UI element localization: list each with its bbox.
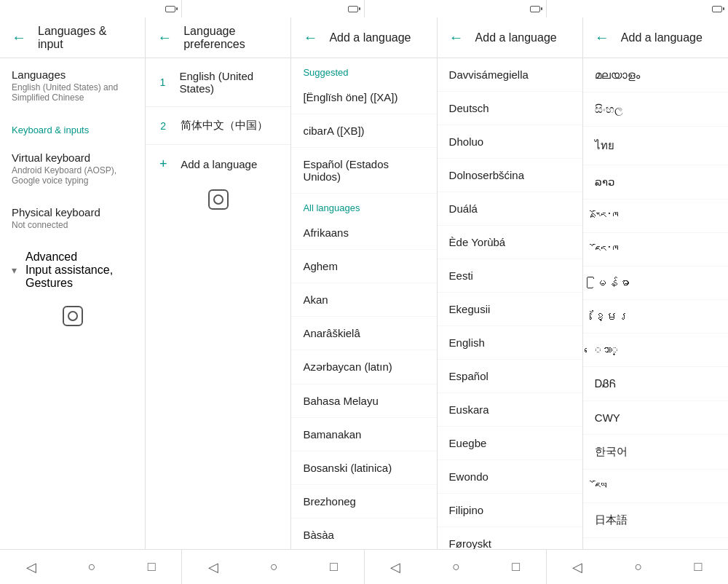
status-icons-3 [530, 6, 540, 12]
status-seg-1 [0, 0, 182, 17]
lang-euskara[interactable]: Euskara [438, 393, 582, 427]
lang-filipino[interactable]: Filipino [438, 494, 582, 527]
home-button-2[interactable]: ○ [253, 553, 296, 580]
lang-item-1[interactable]: 1 English (United States) [146, 58, 290, 107]
advanced-item[interactable]: ▾ Advanced Input assistance, Gestures [0, 240, 145, 300]
lang-item-anaraskiela[interactable]: Anarâškielâ [291, 317, 436, 350]
home-button-3[interactable]: ○ [435, 553, 478, 580]
plus-icon: + [157, 157, 169, 172]
physical-keyboard-subtitle: Not connected [12, 220, 133, 230]
lang-korean[interactable]: 한국어 [583, 435, 728, 470]
lang-davvisamegiella[interactable]: Davvisámegiella [438, 58, 582, 92]
lang-ekegusii[interactable]: Ekegusii [438, 293, 582, 326]
lang-item-azerbaycan[interactable]: Azərbaycan (latın) [291, 350, 436, 384]
lang-item-brezhoneg[interactable]: Brezhoneg [291, 485, 436, 518]
lang-burmese[interactable]: မြန်မာ [583, 267, 728, 300]
panel4-back-arrow[interactable]: ← [449, 29, 464, 46]
panel1-round-icon [63, 306, 83, 326]
panels-container: ← Languages & input Languages English (U… [0, 17, 728, 549]
home-button-4[interactable]: ○ [617, 553, 660, 580]
home-button-1[interactable]: ○ [71, 553, 114, 580]
advanced-title: Advanced [25, 250, 133, 264]
lang-script5[interactable]: ཇོང་ཁ [583, 233, 728, 267]
lang-eesti[interactable]: Eesti [438, 259, 582, 293]
back-button-2[interactable]: ◁ [191, 553, 236, 581]
lang-english[interactable]: English [438, 326, 582, 360]
battery-icon-4 [712, 6, 722, 12]
panel5-content: മലയാളം සිංහල ไทย ລາວ རྫོང་ཁ ཇོང་ཁ မြန်မာ… [583, 58, 728, 549]
bottom-nav-bar: ◁ ○ □ ◁ ○ □ ◁ ○ □ ◁ ○ □ [0, 549, 728, 584]
panel1-title: Languages & input [38, 25, 133, 51]
panel5-header: ← Add a language [583, 17, 728, 58]
lang-item-basaa[interactable]: Bàsàa [291, 518, 436, 549]
panel4-content: Davvisámegiella Deutsch Dholuo Dolnoserb… [438, 58, 582, 549]
recents-button-4[interactable]: □ [677, 553, 720, 580]
all-languages-section-label: All languages [291, 194, 436, 216]
panel3-header: ← Add a language [291, 17, 436, 58]
back-button-3[interactable]: ◁ [373, 553, 418, 581]
back-button-1[interactable]: ◁ [9, 553, 54, 581]
suggested-item-1[interactable]: cibarA ([XB]) [291, 114, 436, 148]
lang-cwy[interactable]: CWY [583, 401, 728, 435]
recents-button-2[interactable]: □ [312, 553, 355, 580]
lang-thai[interactable]: ไทย [583, 127, 728, 165]
lang-duala[interactable]: Duálá [438, 192, 582, 226]
suggested-item-0[interactable]: [Ënglïsh öne] ([XA]) [291, 81, 436, 114]
physical-keyboard-title: Physical keyboard [12, 206, 133, 218]
recents-button-1[interactable]: □ [130, 553, 173, 580]
bottom-nav-seg-4: ◁ ○ □ [547, 550, 728, 584]
add-language-label: Add a language [181, 158, 257, 170]
bottom-nav-seg-3: ◁ ○ □ [365, 550, 547, 584]
status-icons-4 [712, 6, 722, 12]
recents-button-3[interactable]: □ [494, 553, 537, 580]
status-icons-2 [348, 6, 358, 12]
lang-dzongkha[interactable]: རྫོང་ཁ [583, 200, 728, 233]
lang-item-bosanski[interactable]: Bosanski (latinica) [291, 451, 436, 485]
battery-icon-2 [348, 6, 358, 12]
panel-language-preferences: ← Language preferences 1 English (United… [146, 17, 291, 549]
lang-script12[interactable]: ཇོཡ [583, 470, 728, 503]
lang-khmer[interactable]: ខ្មែរ [583, 300, 728, 334]
lang-espanol[interactable]: Español [438, 360, 582, 393]
panel5-back-arrow[interactable]: ← [595, 29, 609, 46]
lang-euegbe[interactable]: Euegbe [438, 427, 582, 460]
lang-ewondo[interactable]: Ewondo [438, 460, 582, 494]
physical-keyboard-item[interactable]: Physical keyboard Not connected [0, 196, 145, 240]
virtual-keyboard-item[interactable]: Virtual keyboard Android Keyboard (AOSP)… [0, 141, 145, 196]
lang-dolnoserbscina[interactable]: Dolnoserbšćina [438, 159, 582, 192]
status-bars [0, 0, 728, 17]
lang-japanese[interactable]: 日本語 [583, 503, 728, 538]
keyboard-section-label: Keyboard & inputs [0, 113, 145, 141]
lang-name-1: English (United States) [179, 70, 279, 95]
panel2-back-arrow[interactable]: ← [157, 29, 172, 46]
panel1-back-arrow[interactable]: ← [12, 29, 26, 46]
lang-malayalam[interactable]: മലയാളം [583, 58, 728, 92]
lang-dholuo[interactable]: Dholuo [438, 125, 582, 159]
lang-item-aghem[interactable]: Aghem [291, 250, 436, 283]
lang-deutsch[interactable]: Deutsch [438, 92, 582, 125]
status-seg-2 [182, 0, 364, 17]
lang-cherokee-syllabary[interactable]: ᎠᏰᏲ [583, 367, 728, 401]
lang-item-afrikaans[interactable]: Afrikaans [291, 216, 436, 250]
panel3-content: Suggested [Ënglïsh öne] ([XA]) cibarA ([… [291, 58, 436, 549]
lang-sinhala[interactable]: සිංහල [583, 92, 728, 127]
battery-icon-3 [530, 6, 540, 12]
panel3-back-arrow[interactable]: ← [303, 29, 317, 46]
lang-lao[interactable]: ລາວ [583, 165, 728, 200]
lang-simplified-chinese[interactable]: 简体中文 [583, 538, 728, 549]
lang-ede-yoruba[interactable]: Ède Yorùbá [438, 226, 582, 259]
lang-script8[interactable]: ေဘာ္ [583, 334, 728, 367]
lang-item-2[interactable]: 2 简体中文（中国） [146, 107, 290, 145]
lang-item-bamanakan[interactable]: Bamanakan [291, 418, 436, 451]
lang-item-akan[interactable]: Akan [291, 283, 436, 317]
lang-faroyskt[interactable]: Føroyskt [438, 527, 582, 549]
panel2-title: Language preferences [183, 25, 279, 51]
panel1-icon-row [0, 300, 145, 332]
panel-add-language-3: ← Add a language മലയാളം සිංහල ไทย ລາວ རྫ… [583, 17, 728, 549]
status-seg-4 [547, 0, 728, 17]
add-language-button[interactable]: + Add a language [146, 145, 290, 184]
lang-item-bahasa[interactable]: Bahasa Melayu [291, 384, 436, 418]
languages-item[interactable]: Languages English (United States) and Si… [0, 58, 145, 113]
back-button-4[interactable]: ◁ [555, 553, 600, 581]
suggested-item-2[interactable]: Español (Estados Unidos) [291, 148, 436, 194]
